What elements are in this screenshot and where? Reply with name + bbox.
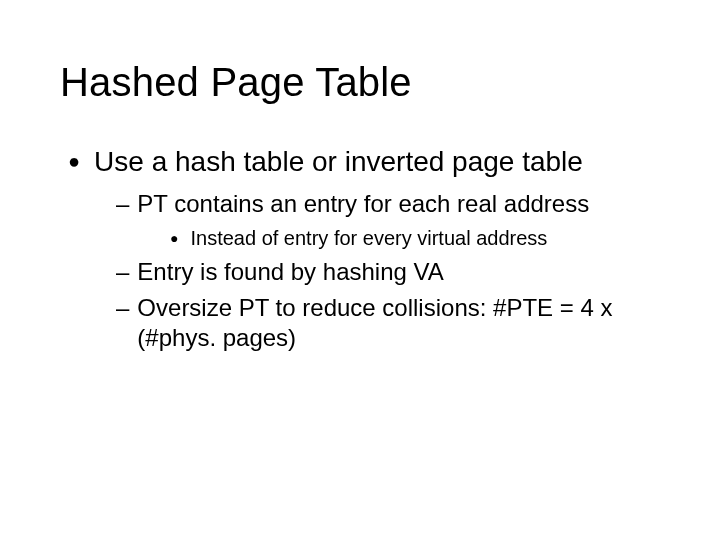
bullet-text: Entry is found by hashing VA	[137, 257, 443, 287]
bullet-level2: – Oversize PT to reduce collisions: #PTE…	[116, 293, 680, 353]
bullet-dash-icon: –	[116, 189, 129, 219]
bullet-level2: – PT contains an entry for each real add…	[116, 189, 680, 219]
bullet-dot-icon: ●	[68, 145, 80, 177]
bullet-text: PT contains an entry for each real addre…	[137, 189, 589, 219]
slide-title: Hashed Page Table	[60, 60, 680, 105]
bullet-level2: – Entry is found by hashing VA	[116, 257, 680, 287]
bullet-dot-icon: ●	[170, 225, 178, 251]
bullet-dash-icon: –	[116, 293, 129, 323]
bullet-text: Oversize PT to reduce collisions: #PTE =…	[137, 293, 677, 353]
slide: Hashed Page Table ● Use a hash table or …	[0, 0, 720, 540]
bullet-level3: ● Instead of entry for every virtual add…	[170, 225, 680, 251]
bullet-level1: ● Use a hash table or inverted page tabl…	[68, 145, 680, 179]
bullet-text: Use a hash table or inverted page table	[94, 145, 583, 179]
bullet-dash-icon: –	[116, 257, 129, 287]
bullet-text: Instead of entry for every virtual addre…	[190, 225, 547, 251]
